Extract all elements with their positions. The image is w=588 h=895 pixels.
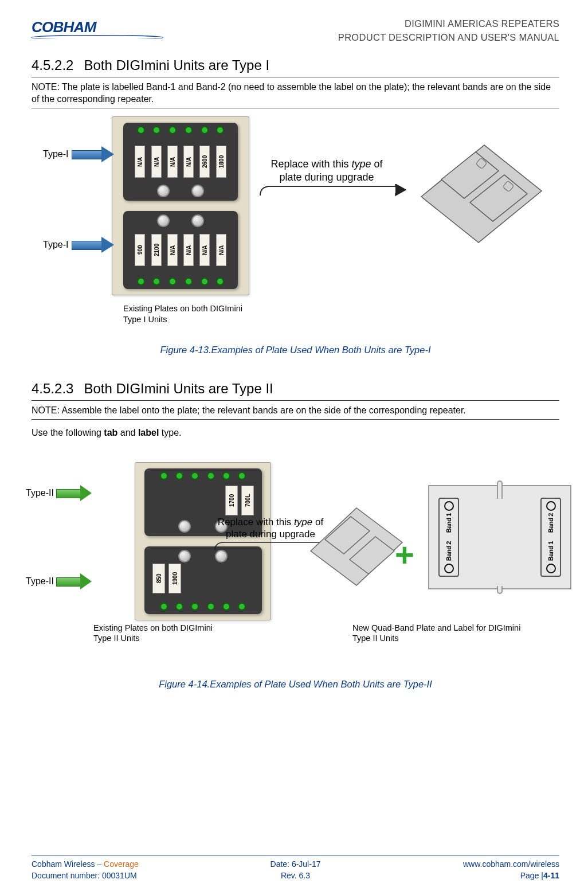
footer-center-2: Rev. 6.3 [207, 871, 383, 880]
arrow-long-icon [258, 184, 407, 218]
plus-icon: + [395, 536, 414, 574]
arrow-right-icon [72, 238, 116, 252]
note-text: NOTE: Assemble the label onto the plate;… [32, 404, 559, 417]
band-label: N/A [216, 234, 226, 266]
led-green-icon [168, 126, 177, 134]
section-title: Both DIGImini Units are Type I [84, 57, 269, 73]
slot-hole-icon [546, 501, 556, 511]
label-slot-left: Band 1 Band 2 [438, 498, 459, 577]
led-green-icon [168, 278, 177, 286]
led-green-icon [216, 126, 224, 134]
note-text: NOTE: The plate is labelled Band-1 and B… [32, 81, 559, 105]
led-green-icon [137, 278, 145, 286]
screw-icon [191, 214, 204, 227]
band-label: N/A [167, 234, 178, 266]
cobham-logo: COBHAM [32, 17, 163, 39]
footer-center-1: Date: 6-Jul-17 [207, 859, 383, 869]
footer-link[interactable]: www.cobham.com/wireless [383, 859, 559, 869]
band-label: 2100 [151, 234, 162, 266]
led-green-icon [175, 603, 183, 611]
figure-caption-1: Figure 4-13.Examples of Plate Used When … [32, 345, 559, 355]
led-green-icon [152, 126, 160, 134]
screw-icon [178, 520, 191, 533]
band-label: N/A [199, 234, 210, 266]
led-green-icon [201, 278, 209, 286]
footer-page-num: Page |4-11 [383, 871, 559, 880]
existing-plate-stack-i: N/A N/A N/A N/A 2600 1800 900 2100 N/A [112, 116, 249, 295]
led-green-icon [175, 472, 183, 480]
screw-icon [191, 185, 204, 197]
svg-marker-2 [395, 184, 406, 196]
led-green-icon [201, 126, 209, 134]
slot-text: Band 1 [445, 513, 452, 533]
band-label: N/A [151, 146, 162, 178]
slot-text: Band 1 [547, 541, 554, 561]
heading-4-5-2-2: 4.5.2.2 Both DIGImini Units are Type I [32, 57, 559, 73]
led-green-icon [238, 603, 246, 611]
caption-new-ii: New Quad-Band Plate and Label for DIGImi… [352, 623, 524, 644]
chip-bottom-type-i: 900 2100 N/A N/A N/A N/A [123, 211, 238, 289]
section-title: Both DIGImini Units are Type II [84, 381, 273, 397]
type-i-label-bottom: Type-I [43, 238, 116, 252]
section-num: 4.5.2.3 [32, 381, 73, 397]
upgrade-plate-iso-icon [410, 111, 559, 283]
slot-hole-icon [444, 564, 454, 573]
screw-icon [157, 214, 170, 227]
body-text: Use the following tab and label type. [32, 428, 559, 438]
led-green-icon [216, 278, 224, 286]
divider [32, 77, 559, 77]
led-green-icon [191, 603, 199, 611]
led-green-icon [160, 603, 168, 611]
heading-4-5-2-3: 4.5.2.3 Both DIGImini Units are Type II [32, 381, 559, 397]
band-label: N/A [135, 146, 145, 178]
band-label: N/A [167, 146, 178, 178]
led-green-icon [207, 603, 215, 611]
divider [32, 400, 559, 401]
section-num: 4.5.2.2 [32, 57, 73, 73]
caption-existing-ii: Existing Plates on both DIGImini Type II… [93, 623, 214, 644]
new-quad-plate: Band 1 Band 2 Band 2 Band 1 [428, 485, 571, 589]
arrow-right-icon [72, 147, 116, 161]
diagram-type-i: Type-I Type-I N/A N/A N/A N/A 2600 1800 [32, 116, 559, 334]
led-green-icon [207, 472, 215, 480]
screw-icon [178, 550, 191, 562]
led-green-icon [185, 278, 193, 286]
led-green-icon [191, 472, 199, 480]
led-green-icon [222, 603, 230, 611]
figure-caption-2: Figure 4-14.Examples of Plate Used When … [32, 679, 559, 690]
band-label: 700L [241, 486, 254, 515]
chip-top-type-i: N/A N/A N/A N/A 2600 1800 [123, 123, 238, 201]
band-label: 1700 [225, 486, 238, 515]
slot-text: Band 2 [445, 541, 452, 561]
band-label: 900 [135, 234, 145, 266]
type-i-label-top: Type-I [43, 147, 116, 161]
band-label: 2600 [199, 146, 210, 178]
page-footer: Cobham Wireless – Coverage Date: 6-Jul-1… [32, 855, 559, 880]
band-label: 850 [152, 564, 165, 593]
replace-text-i: Replace with this type ofplate during up… [261, 158, 393, 183]
band-label: N/A [183, 146, 194, 178]
led-green-icon [185, 126, 193, 134]
type-ii-label-top: Type-II [26, 486, 94, 500]
led-green-icon [222, 472, 230, 480]
header-line1: DIGIMINI AMERICAS REPEATERS [338, 17, 559, 31]
led-green-icon [238, 472, 246, 480]
svg-text:COBHAM: COBHAM [32, 18, 97, 36]
footer-left-1: Cobham Wireless – Coverage [32, 859, 207, 869]
diagram-type-ii: Type-II Type-II 1700 700L [32, 462, 559, 669]
slot-hole-icon [546, 564, 556, 573]
footer-left-2: Document number: 00031UM [32, 871, 207, 880]
band-label: 1900 [168, 564, 181, 593]
header-line2: PRODUCT DESCRIPTION AND USER'S MANUAL [338, 31, 559, 45]
screw-icon [157, 185, 170, 197]
slot-hole-icon [444, 501, 454, 511]
page-header: COBHAM DIGIMINI AMERICAS REPEATERS PRODU… [32, 17, 559, 45]
svg-point-1 [32, 36, 163, 39]
slot-text: Band 2 [547, 513, 554, 533]
divider [32, 108, 559, 108]
led-green-icon [160, 472, 168, 480]
arrow-right-green-icon [56, 486, 94, 500]
caption-existing-i: Existing Plates on both DIGImini Type I … [123, 303, 244, 325]
arrow-right-green-icon [56, 574, 94, 588]
divider [32, 419, 559, 420]
